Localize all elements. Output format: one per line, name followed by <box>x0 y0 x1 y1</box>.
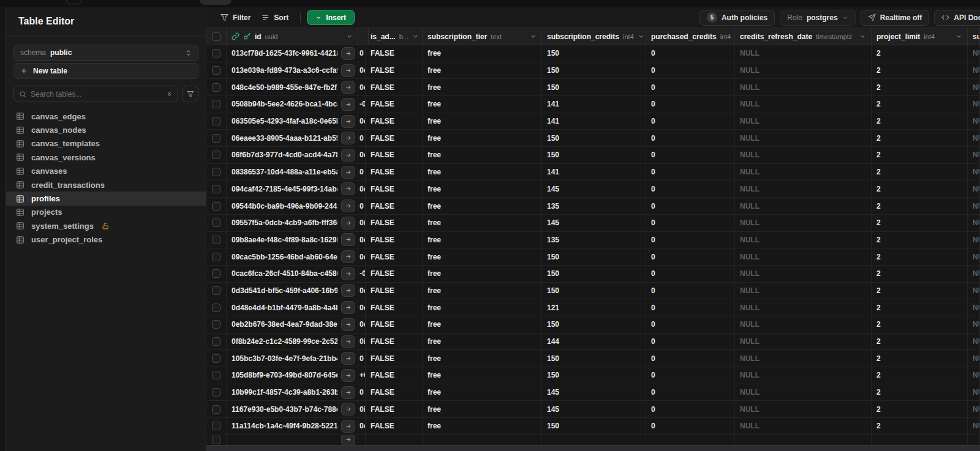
subscription-tier-cell[interactable]: free <box>423 96 542 113</box>
id-cell[interactable]: 0eb2b676-38ed-4ea7-9dad-38e6... <box>227 316 358 333</box>
column-menu-chevron[interactable] <box>638 33 644 40</box>
clipped-cell[interactable]: -0 <box>358 96 366 113</box>
is-admin-cell[interactable]: FALSE <box>366 198 423 214</box>
clipped-right-cell[interactable]: NULL <box>968 113 980 130</box>
credits-refresh-date-cell[interactable]: NULL <box>735 164 872 181</box>
subscription-tier-cell[interactable]: free <box>423 45 542 62</box>
subscription-credits-cell[interactable]: 141 <box>542 164 646 181</box>
project-limit-cell[interactable]: 2 <box>872 164 968 181</box>
credits-refresh-date-cell[interactable] <box>735 435 872 445</box>
credits-refresh-date-cell[interactable]: NULL <box>735 248 872 265</box>
clipped-cell[interactable]: 0 <box>358 198 366 214</box>
is-admin-cell[interactable]: FALSE <box>366 401 423 417</box>
is-admin-cell[interactable]: FALSE <box>366 215 423 231</box>
is-admin-cell[interactable]: FALSE <box>366 79 423 95</box>
subscription-tier-cell[interactable]: free <box>423 130 542 146</box>
row-checkbox[interactable] <box>212 286 221 295</box>
clipped-cell[interactable]: 0c <box>358 181 366 198</box>
subscription-credits-cell[interactable]: 135 <box>542 232 646 248</box>
credits-refresh-date-cell[interactable]: NULL <box>735 45 872 62</box>
column-header-clipped[interactable]: su <box>968 28 980 45</box>
column-menu-chevron[interactable] <box>412 33 419 40</box>
credits-refresh-date-cell[interactable]: NULL <box>735 62 872 79</box>
credits-refresh-date-cell[interactable]: NULL <box>735 232 872 248</box>
clipped-right-cell[interactable]: NULL <box>968 248 980 265</box>
clipped-cell[interactable]: 0i <box>358 215 366 231</box>
project-limit-cell[interactable]: 2 <box>872 79 968 95</box>
sidebar-table-item[interactable]: credit_transactions <box>6 178 206 192</box>
expand-row-button[interactable] <box>341 115 355 128</box>
expand-row-button[interactable] <box>341 335 355 348</box>
expand-row-button[interactable] <box>341 403 355 416</box>
sidebar-table-item[interactable]: canvases <box>6 165 206 178</box>
row-checkbox[interactable] <box>212 134 221 143</box>
clipped-cell[interactable]: 0i <box>358 334 366 350</box>
clipped-right-cell[interactable]: NULL <box>968 350 980 367</box>
id-cell[interactable]: 013cf78d-1625-43fc-9961-442189... <box>227 45 358 62</box>
id-cell[interactable]: 11a114cb-1a4c-49f4-9b28-52219ec... <box>227 418 358 434</box>
clipped-right-cell[interactable]: NULL <box>968 334 980 350</box>
realtime-toggle-button[interactable]: Realtime off <box>861 10 930 26</box>
api-docs-button[interactable]: API Docs <box>934 10 980 26</box>
id-cell[interactable]: 08386537-10d4-488a-a11e-eb5a6... <box>227 164 358 181</box>
row-checkbox[interactable] <box>212 354 221 363</box>
column-menu-chevron[interactable] <box>956 33 962 40</box>
column-menu-chevron[interactable] <box>530 33 537 40</box>
credits-refresh-date-cell[interactable]: NULL <box>735 384 872 401</box>
purchased-credits-cell[interactable]: 0 <box>646 367 735 384</box>
subscription-tier-cell[interactable]: free <box>423 147 542 163</box>
purchased-credits-cell[interactable]: 0 <box>646 113 735 130</box>
clipped-right-cell[interactable]: NULL <box>968 130 980 146</box>
credits-refresh-date-cell[interactable]: NULL <box>735 299 872 316</box>
is-admin-cell[interactable]: FALSE <box>366 283 423 299</box>
project-limit-cell[interactable]: 2 <box>872 367 968 384</box>
expand-row-button[interactable] <box>341 435 355 445</box>
row-checkbox[interactable] <box>212 100 221 108</box>
column-header-subscription-credits[interactable]: subscription_credits int4 <box>542 28 646 45</box>
purchased-credits-cell[interactable]: 0 <box>646 147 735 163</box>
purchased-credits-cell[interactable]: 0 <box>646 384 735 401</box>
column-header-project-limit[interactable]: project_limit int4 <box>872 28 968 45</box>
project-limit-cell[interactable]: 2 <box>872 384 968 401</box>
clipped-right-cell[interactable]: NULL <box>968 299 980 316</box>
sidebar-table-item[interactable]: canvas_nodes <box>6 123 206 136</box>
is-admin-cell[interactable]: FALSE <box>366 232 423 248</box>
sidebar-table-item[interactable]: profiles <box>6 192 206 205</box>
clipped-right-cell[interactable]: NULL <box>968 266 980 282</box>
clipped-cell[interactable]: 0c <box>358 62 366 79</box>
insert-button[interactable]: Insert <box>307 10 355 25</box>
project-limit-cell[interactable]: 2 <box>872 130 968 146</box>
row-checkbox[interactable] <box>212 422 221 430</box>
subscription-credits-cell[interactable]: 141 <box>542 96 646 113</box>
clipped-cell[interactable]: 0 <box>358 130 366 146</box>
id-cell[interactable]: 1167e930-e5b0-43b7-b74c-788c9... <box>227 401 358 417</box>
row-checkbox[interactable] <box>212 320 221 329</box>
clipped-cell[interactable]: 0c <box>358 147 366 163</box>
is-admin-cell[interactable]: FALSE <box>366 164 423 181</box>
is-admin-cell[interactable]: FALSE <box>366 62 423 79</box>
clipped-right-cell[interactable]: NULL <box>968 96 980 113</box>
search-tables-input[interactable]: Search tables... <box>13 86 178 102</box>
id-cell[interactable]: 105d8bf9-e703-49bd-807d-645e... <box>227 367 358 384</box>
subscription-tier-cell[interactable]: free <box>423 350 542 367</box>
sidebar-table-item[interactable]: user_project_roles <box>6 233 206 247</box>
project-limit-cell[interactable]: 2 <box>872 215 968 231</box>
project-limit-cell[interactable]: 2 <box>872 96 968 113</box>
row-checkbox[interactable] <box>212 218 221 227</box>
column-header-purchased-credits[interactable]: purchased_credits int4 <box>646 28 735 45</box>
credits-refresh-date-cell[interactable]: NULL <box>735 283 872 299</box>
clipped-right-cell[interactable]: NULL <box>968 384 980 401</box>
subscription-tier-cell[interactable]: free <box>423 266 542 282</box>
clipped-right-cell[interactable] <box>968 435 980 445</box>
is-admin-cell[interactable]: FALSE <box>366 384 423 401</box>
subscription-tier-cell[interactable]: free <box>423 316 542 333</box>
subscription-tier-cell[interactable]: free <box>423 334 542 350</box>
clipped-cell[interactable]: 0c <box>358 299 366 316</box>
column-menu-chevron[interactable] <box>859 33 866 40</box>
clipped-right-cell[interactable]: NULL <box>968 367 980 384</box>
project-limit-cell[interactable]: 2 <box>872 316 968 333</box>
clipped-cell[interactable]: 0 <box>358 45 366 62</box>
project-limit-cell[interactable]: 2 <box>872 299 968 316</box>
purchased-credits-cell[interactable]: 0 <box>646 164 735 181</box>
subscription-tier-cell[interactable]: free <box>423 283 542 299</box>
